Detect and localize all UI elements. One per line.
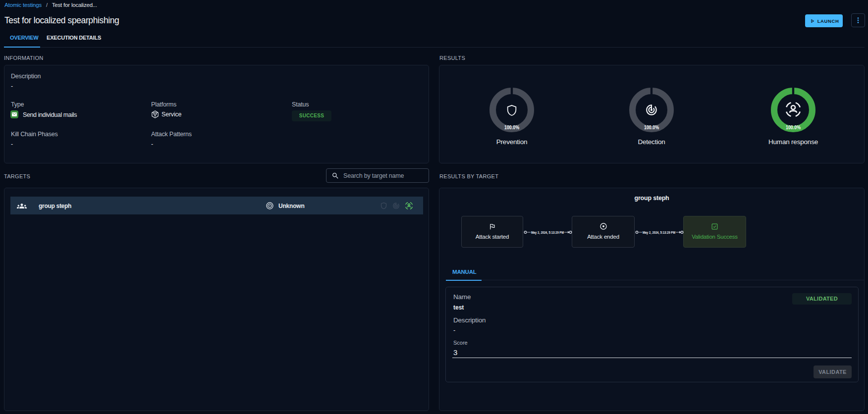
svg-text:May 2, 2024, 5:13:29 PM: May 2, 2024, 5:13:29 PM (531, 230, 564, 235)
svg-text:100.0%: 100.0% (504, 124, 520, 130)
svg-text:May 2, 2024, 5:13:29 PM: May 2, 2024, 5:13:29 PM (643, 230, 675, 235)
svg-text:100.0%: 100.0% (644, 124, 659, 130)
svg-text:100.0%: 100.0% (786, 124, 801, 130)
